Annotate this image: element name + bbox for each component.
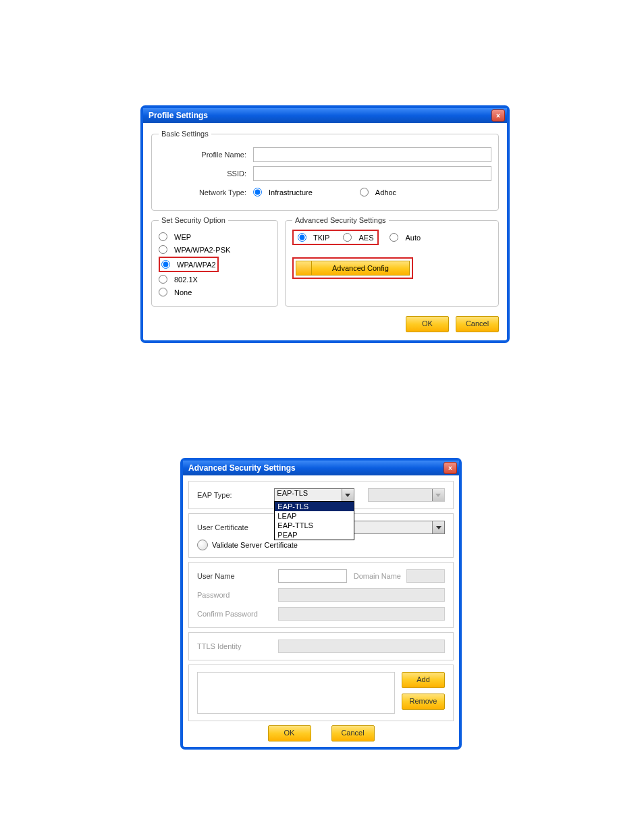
ok-button[interactable]: OK	[268, 725, 311, 741]
cancel-button[interactable]: Cancel	[456, 316, 499, 332]
radio-aes[interactable]: AES	[343, 232, 373, 243]
radio-wep[interactable]: WEP	[159, 231, 271, 242]
close-icon[interactable]: ×	[444, 462, 457, 474]
advanced-config-button[interactable]: Advanced Config	[296, 261, 410, 276]
radio-tkip[interactable]: TKIP	[298, 232, 329, 243]
basic-settings-group: Basic Settings Profile Name: SSID: Netwo…	[151, 130, 499, 211]
confirm-password-input	[278, 607, 445, 621]
eap-type-label: EAP Type:	[197, 491, 274, 499]
radio-8021x[interactable]: 802.1X	[159, 273, 271, 285]
close-icon[interactable]: ×	[491, 109, 505, 122]
domain-name-input	[406, 569, 445, 583]
validate-server-toggle[interactable]	[197, 540, 208, 550]
ttls-section: TTLS Identity	[188, 632, 454, 660]
ttls-identity-label: TTLS Identity	[197, 642, 278, 650]
cancel-button[interactable]: Cancel	[331, 725, 375, 741]
highlight-cipher: TKIP AES	[292, 230, 379, 245]
chevron-down-icon	[342, 489, 354, 501]
security-option-group: Set Security Option WEP WPA/WPA2-PSK WPA…	[151, 216, 278, 307]
eap-type-select[interactable]: EAP-TLS EAP-TLS LEAP EAP-TTLS PEAP	[274, 488, 354, 502]
ok-button[interactable]: OK	[406, 316, 449, 332]
certificate-list[interactable]	[197, 672, 395, 714]
user-certificate-label: User Certificate	[197, 523, 278, 531]
password-input	[278, 588, 445, 602]
ttls-identity-input	[278, 640, 445, 653]
highlight-advanced-config: Advanced Config	[292, 257, 413, 279]
chevron-down-icon	[432, 521, 444, 533]
basic-settings-legend: Basic Settings	[159, 130, 211, 138]
remove-button[interactable]: Remove	[402, 694, 445, 710]
confirm-password-label: Confirm Password	[197, 610, 278, 618]
profile-name-label: Profile Name:	[159, 151, 253, 159]
radio-auto[interactable]: Auto	[390, 232, 421, 243]
radio-none[interactable]: None	[159, 286, 271, 298]
network-type-label: Network Type:	[159, 188, 253, 197]
advanced-security-dialog: Advanced Security Settings × EAP Type: E…	[181, 459, 461, 749]
profile-name-input[interactable]	[253, 147, 491, 162]
profile-settings-dialog: Profile Settings × Basic Settings Profil…	[141, 106, 509, 342]
dialog-title: Profile Settings	[149, 111, 208, 120]
eap-type-section: EAP Type: EAP-TLS EAP-TLS LEAP EAP-TTLS …	[188, 481, 454, 509]
ssid-label: SSID:	[159, 170, 253, 178]
radio-adhoc[interactable]: Adhoc	[360, 186, 396, 198]
eap-type-dropdown[interactable]: EAP-TLS LEAP EAP-TTLS PEAP	[274, 501, 354, 540]
option-leap[interactable]: LEAP	[275, 511, 353, 521]
titlebar[interactable]: Profile Settings ×	[143, 108, 507, 123]
option-eap-ttls[interactable]: EAP-TTLS	[275, 521, 353, 530]
security-option-legend: Set Security Option	[159, 216, 228, 224]
eap-subtype-select	[368, 488, 445, 502]
password-label: Password	[197, 591, 278, 599]
validate-server-label: Validate Server Certificate	[212, 541, 298, 549]
titlebar[interactable]: Advanced Security Settings ×	[183, 461, 459, 475]
advanced-security-group: Advanced Security Settings TKIP AES Auto	[285, 216, 499, 307]
radio-wpa-psk[interactable]: WPA/WPA2-PSK	[159, 244, 271, 255]
add-button[interactable]: Add	[402, 672, 445, 688]
option-peap[interactable]: PEAP	[275, 530, 353, 540]
cert-list-section: Add Remove	[188, 664, 454, 721]
ssid-input[interactable]	[253, 166, 491, 181]
user-name-label: User Name	[197, 572, 278, 580]
advanced-security-legend: Advanced Security Settings	[292, 216, 389, 224]
credentials-section: User Name Domain Name Password Confirm P…	[188, 562, 454, 628]
domain-name-label: Domain Name	[347, 572, 406, 580]
radio-wpa[interactable]: WPA/WPA2	[161, 259, 216, 270]
user-name-input[interactable]	[278, 569, 347, 583]
radio-infrastructure[interactable]: Infrastructure	[253, 186, 313, 198]
highlight-wpa: WPA/WPA2	[159, 257, 219, 272]
option-eap-tls[interactable]: EAP-TLS	[275, 502, 353, 511]
chevron-down-icon	[432, 489, 444, 501]
dialog-title: Advanced Security Settings	[188, 463, 296, 473]
